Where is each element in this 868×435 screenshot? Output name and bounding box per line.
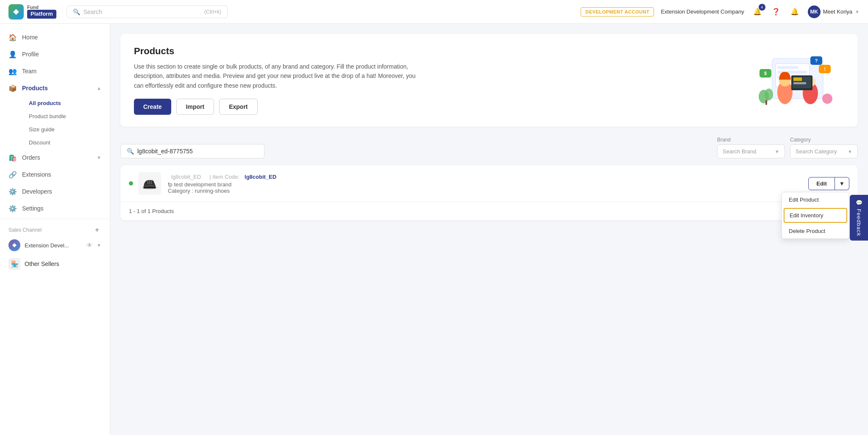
other-sellers-item[interactable]: 🏪 Other Sellers (0, 255, 110, 273)
sidebar-item-profile[interactable]: 👤 Profile (0, 46, 110, 63)
search-bar[interactable]: 🔍 Search (Ctrl+k) (67, 6, 228, 18)
filter-group: Brand Search Brand ▼ Category Search Cat… (717, 137, 858, 158)
user-menu[interactable]: MK Meet Koriya ▼ (808, 6, 860, 18)
products-banner: Products Use this section to create sing… (120, 34, 858, 127)
brand-placeholder: Search Brand (723, 148, 757, 155)
products-subnav: All products Product bundle Size guide D… (0, 97, 110, 149)
export-button[interactable]: Export (219, 99, 257, 115)
item-code-link[interactable]: lg8cobit_ED (245, 174, 276, 180)
sidebar-item-settings[interactable]: ⚙️ Settings (0, 200, 110, 217)
header-right: DEVELOPMENT ACCOUNT Extension Developmen… (581, 6, 860, 18)
add-sales-channel-button[interactable]: + (93, 226, 101, 234)
product-status-indicator (129, 181, 133, 186)
feedback-tab[interactable]: 💬 Feedback (850, 194, 868, 240)
svg-point-25 (823, 94, 827, 99)
sidebar: 🏠 Home 👤 Profile 👥 Team 📦 Products ▲ (0, 24, 110, 435)
svg-text:?: ? (815, 58, 818, 63)
chevron-up-icon: ▲ (97, 86, 101, 91)
notification-bell-icon[interactable]: 🔔 4 (751, 6, 764, 18)
extensions-icon: 🔗 (8, 170, 17, 179)
products-list: lg8cobit_ED | Item Code: lg8cobit_ED fp … (120, 165, 858, 220)
subnav-size-guide[interactable]: Size guide (22, 123, 110, 136)
edit-button[interactable]: Edit (808, 177, 835, 190)
logo-area: Fund Platform (8, 4, 56, 19)
sidebar-nav: 🏠 Home 👤 Profile 👥 Team 📦 Products ▲ (0, 24, 110, 278)
alert-icon[interactable]: 🔔 (788, 6, 801, 18)
search-shortcut: (Ctrl+k) (204, 9, 221, 15)
filter-row: 🔍 Brand Search Brand ▼ Category (120, 137, 858, 158)
sidebar-item-label: Profile (22, 51, 101, 58)
search-icon: 🔍 (73, 8, 80, 15)
svg-point-22 (765, 89, 773, 100)
chevron-down-icon: ▼ (855, 9, 860, 14)
item-code-separator: | Item Code: (209, 174, 239, 180)
feedback-icon: 💬 (856, 199, 862, 206)
products-icon: 📦 (8, 84, 17, 92)
product-search-bar[interactable]: 🔍 (120, 144, 264, 158)
sales-channel-name: Extension Devel... (25, 242, 82, 249)
sidebar-item-team[interactable]: 👥 Team (0, 63, 110, 80)
fund-label: Fund (27, 5, 56, 10)
profile-icon: 👤 (8, 50, 17, 58)
help-icon[interactable]: ❓ (770, 6, 782, 18)
svg-rect-4 (777, 66, 798, 69)
sidebar-item-developers[interactable]: ⚙️ Developers (0, 183, 110, 200)
svg-rect-13 (793, 78, 802, 81)
sidebar-item-label: Home (22, 34, 101, 41)
home-icon: 🏠 (8, 33, 17, 42)
category-placeholder: Search Category (796, 148, 837, 155)
notification-count: 4 (759, 4, 765, 11)
product-thumbnail (138, 172, 161, 195)
seller-icon: 🏪 (8, 258, 20, 270)
sales-channel-item[interactable]: Extension Devel... 👁 ▼ (0, 236, 110, 255)
edit-inventory-menu-item[interactable]: Edit Inventory (784, 208, 847, 223)
edit-button-group: Edit ▼ Edit Product Edit Inventory Delet… (808, 177, 849, 190)
sidebar-divider (0, 219, 110, 219)
category-filter-select[interactable]: Search Category ▼ (790, 144, 858, 158)
settings-icon: ⚙️ (8, 204, 17, 213)
delete-product-menu-item[interactable]: Delete Product (782, 224, 849, 238)
search-text: Search (83, 8, 102, 15)
chevron-down-icon: ▼ (97, 155, 101, 160)
list-footer: 1 - 1 of 1 Products Rows per page 10 (120, 202, 858, 220)
category-filter-wrapper: Category Search Category ▼ (790, 137, 858, 158)
create-button[interactable]: Create (134, 99, 171, 115)
category-filter-label: Category (790, 137, 858, 143)
orders-icon: 🛍️ (8, 153, 17, 162)
edit-dropdown-trigger[interactable]: ▼ (835, 177, 849, 190)
sidebar-item-label: Settings (22, 205, 101, 212)
chevron-down-icon: ▼ (97, 243, 101, 248)
main-content: Products Use this section to create sing… (110, 24, 868, 435)
sales-channel-icon (8, 239, 20, 251)
banner-description: Use this section to create single or bul… (134, 62, 422, 90)
logo-icon (8, 4, 24, 19)
sidebar-item-products[interactable]: 📦 Products ▲ (0, 80, 110, 97)
subnav-discount[interactable]: Discount (22, 136, 110, 149)
platform-label: Platform (27, 10, 56, 18)
top-header: Fund Platform 🔍 Search (Ctrl+k) DEVELOPM… (0, 0, 868, 24)
company-name: Extension Development Company (661, 8, 744, 15)
sidebar-item-label: Products (22, 85, 92, 91)
sidebar-item-home[interactable]: 🏠 Home (0, 29, 110, 46)
subnav-all-products[interactable]: All products (22, 97, 110, 110)
product-search-input[interactable] (137, 148, 258, 155)
main-area: 🏠 Home 👤 Profile 👥 Team 📦 Products ▲ (0, 24, 868, 435)
feedback-label: Feedback (856, 208, 862, 236)
banner-title: Products (134, 46, 422, 57)
svg-point-1 (14, 244, 16, 247)
user-name: Meet Koriya (823, 8, 852, 15)
table-row: lg8cobit_ED | Item Code: lg8cobit_ED fp … (120, 165, 858, 202)
subnav-product-bundle[interactable]: Product bundle (22, 110, 110, 123)
sidebar-item-extensions[interactable]: 🔗 Extensions (0, 166, 110, 183)
brand-filter-select[interactable]: Search Brand ▼ (717, 144, 785, 158)
developers-icon: ⚙️ (8, 187, 17, 196)
edit-product-menu-item[interactable]: Edit Product (782, 192, 849, 207)
sidebar-item-orders[interactable]: 🛍️ Orders ▼ (0, 149, 110, 166)
product-name: lg8cobit_ED | Item Code: lg8cobit_ED (168, 173, 808, 180)
app-layout: Fund Platform 🔍 Search (Ctrl+k) DEVELOPM… (0, 0, 868, 435)
import-button[interactable]: Import (176, 99, 214, 115)
dev-badge: DEVELOPMENT ACCOUNT (581, 7, 654, 17)
svg-text:!: ! (824, 66, 826, 72)
product-category: Category : running-shoes (168, 188, 808, 194)
header-icons: 🔔 4 ❓ 🔔 (751, 6, 801, 18)
